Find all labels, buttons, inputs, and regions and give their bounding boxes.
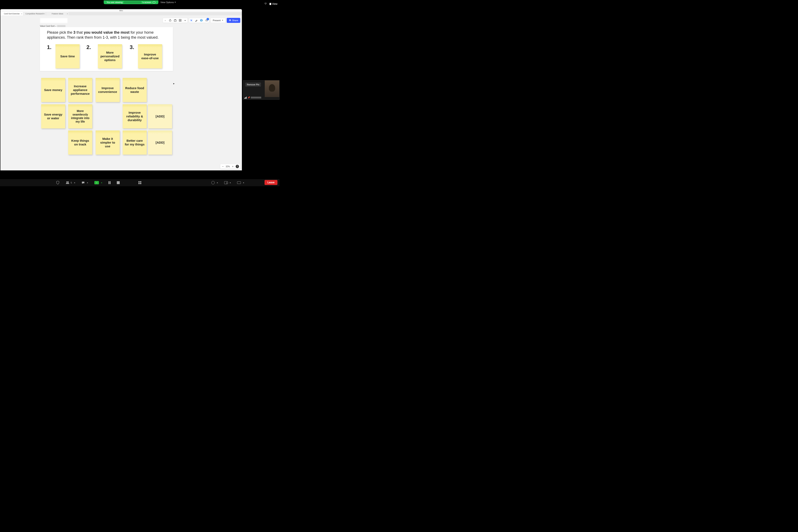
notifications-icon[interactable] — [205, 19, 208, 22]
chevron-down-icon — [222, 20, 223, 21]
stop-share-button[interactable] — [117, 181, 120, 184]
chat-icon — [81, 181, 85, 184]
close-icon[interactable]: × — [44, 13, 45, 15]
sticky-text: Keep things on track — [70, 139, 90, 146]
chevron-up-icon[interactable] — [101, 182, 102, 183]
zoom-out-button[interactable]: − — [222, 165, 224, 168]
chevron-up-icon[interactable] — [74, 182, 75, 183]
sticky-text: Better care for my things — [125, 139, 145, 146]
collaborator-avatar[interactable] — [200, 19, 203, 22]
close-icon[interactable]: × — [21, 13, 22, 15]
remove-pin-label: Remove Pin — [247, 83, 259, 86]
list-icon[interactable] — [179, 19, 182, 22]
chevron-up-icon[interactable] — [87, 182, 88, 183]
board-title-redacted — [40, 18, 68, 23]
view-options-label: View Options — [160, 1, 174, 3]
text-bold: 3 — [73, 30, 75, 35]
present-label: Present — [213, 19, 221, 22]
highlighter-icon[interactable] — [195, 19, 198, 22]
miro-canvas[interactable]: Value Card Sort – › Present — [0, 15, 242, 170]
participants-count: 5 — [71, 182, 72, 184]
expand-icon[interactable]: › — [164, 19, 167, 22]
sticky-text: Reduce food waste — [125, 86, 145, 94]
pin-icon: 📌 — [247, 96, 250, 99]
monitor-icon — [237, 182, 241, 184]
timer-icon[interactable] — [169, 19, 172, 22]
pinned-video-panel[interactable]: Remove Pin 📌 — [243, 80, 280, 100]
redacted-name — [124, 1, 141, 3]
export-icon[interactable] — [174, 19, 177, 22]
toolbar-group-tools — [189, 18, 209, 23]
sticky-save-time[interactable]: Save time — [56, 44, 80, 69]
window-title: Miro — [0, 9, 242, 12]
text-part: Please pick the — [47, 30, 73, 35]
sticky-seamlessly-integrate[interactable]: More seamlessly integrate into my life — [68, 104, 92, 129]
leave-button[interactable]: Leave — [265, 180, 278, 185]
sticky-add-1[interactable]: [ADD] — [148, 104, 172, 129]
sticky-improve-ease-of-use[interactable]: Improve ease-of-use — [138, 44, 162, 69]
sticky-increase-performance[interactable]: Increase appliance performance — [68, 78, 92, 102]
reactions-button[interactable] — [211, 181, 218, 184]
help-button[interactable]: ? — [236, 165, 239, 168]
cursor-tool-icon[interactable] — [190, 19, 193, 22]
sticky-text: Save time — [60, 54, 75, 58]
zoom-control: − 32% + ? — [220, 164, 240, 169]
svg-point-6 — [229, 20, 230, 20]
sticky-save-money[interactable]: Save money — [41, 78, 65, 102]
svg-point-7 — [230, 20, 231, 20]
svg-point-5 — [201, 20, 202, 21]
sticky-add-2[interactable]: [ADD] — [148, 131, 172, 155]
rank-label-3: 3. — [130, 44, 134, 51]
sticky-save-energy-water[interactable]: Save energy or water — [41, 104, 65, 129]
sticky-text: Save energy or water — [43, 113, 63, 120]
tab-label: Card Sort Exercise — [4, 13, 20, 15]
sticky-more-personalized[interactable]: More personalized options — [98, 44, 122, 69]
sticky-simpler-to-use[interactable]: Make it simpler to use — [96, 131, 120, 155]
chevron-down-icon[interactable] — [184, 19, 187, 22]
present-button[interactable]: Present — [210, 18, 226, 23]
share-button[interactable]: Share — [227, 18, 240, 23]
rank-label-1: 1. — [47, 44, 52, 51]
zoom-in-button[interactable]: + — [231, 165, 234, 168]
text-bold: you would value the most — [84, 30, 130, 35]
close-icon[interactable]: × — [67, 13, 68, 15]
tab-card-sort[interactable]: Card Sort Exercise × — [0, 12, 23, 15]
share-screen-button[interactable]: ↑ — [94, 181, 102, 184]
sticky-text: Improve ease-of-use — [140, 53, 160, 60]
tab-feature-ideas[interactable]: Feature Ideas × — [46, 12, 69, 15]
instruction-text: Please pick the 3 that you would value t… — [47, 30, 167, 40]
zoom-level[interactable]: 32% — [226, 166, 230, 168]
sticky-better-care[interactable]: Better care for my things — [122, 131, 147, 155]
display-button[interactable] — [237, 182, 244, 184]
pause-share-button[interactable] — [109, 181, 111, 184]
sticky-reduce-food-waste[interactable]: Reduce food waste — [122, 78, 147, 102]
security-button[interactable] — [56, 181, 59, 185]
sticky-text: Improve convenience — [98, 86, 118, 94]
tab-competitive-research[interactable]: Competitive Research × — [23, 12, 46, 15]
svg-point-9 — [68, 182, 69, 183]
redacted-name — [251, 97, 261, 98]
remove-pin-button[interactable]: Remove Pin — [245, 82, 261, 87]
board-toolbar: › Present Share — [163, 18, 240, 23]
sticky-text: Make it simpler to use — [98, 137, 118, 148]
breakout-rooms-button[interactable] — [224, 181, 231, 184]
chat-button[interactable] — [81, 181, 88, 184]
tab-label: Competitive Research — [25, 13, 44, 15]
sticky-keep-on-track[interactable]: Keep things on track — [68, 131, 92, 155]
participants-button[interactable]: 5 — [66, 181, 75, 184]
tab-bar: Card Sort Exercise × Competitive Researc… — [0, 12, 242, 15]
video-info-bar: 📌 — [244, 96, 261, 99]
rank-label-2: 2. — [87, 44, 91, 51]
gallery-view-button[interactable] — [138, 181, 141, 184]
view-options-dropdown[interactable]: View Options — [160, 1, 176, 3]
sticky-reliability-durability[interactable]: Improve reliability & durability — [122, 104, 147, 129]
screen-share-banner: You are viewing 's screen — [104, 0, 158, 4]
chevron-up-icon[interactable] — [230, 182, 231, 183]
smiley-icon — [211, 181, 215, 184]
pause-icon — [109, 181, 111, 184]
redacted-name — [57, 25, 65, 27]
chevron-up-icon[interactable] — [217, 182, 218, 183]
chevron-up-icon[interactable] — [243, 182, 244, 183]
text-part: that — [75, 30, 84, 35]
sticky-improve-convenience[interactable]: Improve convenience — [96, 78, 120, 102]
